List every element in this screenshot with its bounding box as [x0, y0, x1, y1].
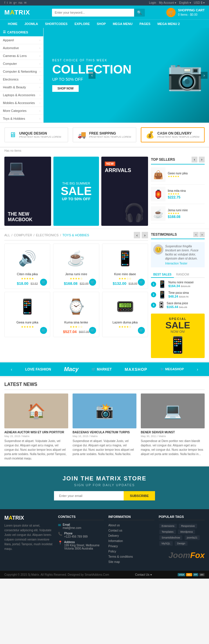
right-sidebar-extra: Testimonials ‹ › 😊 Suspendisse fringilla… [151, 232, 205, 358]
top-seller-1-name: Geee nure pika [168, 172, 188, 175]
tag-wordpress[interactable]: Wordpress [178, 529, 195, 534]
product-2-cart-btn[interactable]: 🛒 [89, 279, 96, 286]
language-select[interactable]: English ▾ [179, 1, 191, 4]
tag-joomla21[interactable]: joomla21 [185, 535, 200, 540]
brands-next[interactable]: › [197, 367, 198, 372]
facebook-icon[interactable]: f [4, 1, 5, 4]
email-icon[interactable]: ✉ [24, 1, 26, 4]
googleplus-icon[interactable]: g+ [13, 1, 17, 4]
product-3-cart-btn[interactable]: 🛒 [138, 279, 145, 286]
category-laptops[interactable]: Laptops & Accessories› [0, 91, 43, 99]
my-account-link[interactable]: My Account ▾ [159, 1, 176, 4]
footer-phone-label: Phone [64, 532, 88, 535]
tag-design[interactable]: Design [175, 541, 188, 546]
top-seller-2: 🏮 lima mita nina ★★★★★ $222.75 [151, 187, 205, 204]
products-next[interactable]: › [142, 232, 148, 238]
nav-shop[interactable]: SHOP [93, 20, 109, 28]
linkedin-icon[interactable]: in [10, 1, 12, 4]
tag-mysql[interactable]: MySQL [159, 541, 173, 546]
news-card-1: 🏠 AENEAN AUCTOR WISI ET URN PORTITOR May… [4, 393, 68, 461]
category-apparel[interactable]: Apparel› [0, 36, 43, 44]
footer-link-delivery[interactable]: Delivery [108, 534, 119, 537]
testimonials-prev[interactable]: ‹ [193, 232, 199, 237]
top-sellers-nav: ‹ › [192, 157, 205, 162]
promo-sale: THE BIG SUMMER SALE UP TO 50% OFF [53, 157, 99, 226]
nav-shortcodes[interactable]: SHORTCODES [42, 20, 71, 28]
news-2-meta: May 10, 2015 / Matrix [73, 435, 136, 438]
newsletter-subscribe-button[interactable]: SUBSCRIBE [124, 491, 155, 500]
tag-smartslideshow[interactable]: Smartslideshow [159, 535, 183, 540]
rss-icon[interactable]: rss [19, 1, 22, 4]
avatar: 😊 [153, 244, 163, 255]
random-tab[interactable]: RANDOM [174, 272, 191, 277]
product-2: ☕ Jema rumi mire ★★★★☆ $168.08 $22.00 🛒 [53, 244, 99, 289]
product-6-cart-btn[interactable]: 🛒 [138, 327, 145, 334]
feature-unique-text: UNIQUE DESIGN PRAETENT NON TEMPUS LOREM [19, 131, 61, 138]
newsletter-email-input[interactable] [54, 491, 124, 500]
footer-link-policy[interactable]: Policy [108, 550, 116, 553]
category-mobiles[interactable]: Mobiles & Accessories› [0, 99, 43, 107]
now-on-label: NOW ON! [154, 330, 201, 333]
promo-macbook-title: THE NEW MACBOOK [8, 211, 48, 222]
nav-megamenu2[interactable]: MEGA MENU 2 [154, 20, 183, 28]
nav-megamenu[interactable]: MEGA MENU [109, 20, 136, 28]
search-button[interactable]: 🔍 [134, 9, 145, 17]
testimonial-content: Suspendisse fringilla tincidunt am lorem… [165, 244, 202, 265]
news-2-text: Suspendisse et aliquet. Vulputate Justo,… [73, 439, 136, 456]
shop-now-button[interactable]: SHOP NOW [52, 85, 79, 92]
footer-link-information[interactable]: Information [108, 539, 123, 543]
cart-icon[interactable]: 🛒 [166, 8, 176, 17]
footer-link-terms[interactable]: Terms & conditions [108, 555, 133, 558]
footer-link-contact[interactable]: Contact us [108, 529, 122, 532]
tag-templates[interactable]: Templates [159, 529, 176, 534]
brands-prev[interactable]: ‹ [11, 367, 12, 372]
twitter-icon[interactable]: t [7, 1, 8, 4]
footer-link-sitemap[interactable]: Site map [108, 560, 120, 564]
product-5: ⌚ Kuma sina tenke ★★★☆☆ $527.04 $607.00 … [53, 292, 99, 337]
search-input[interactable] [52, 9, 134, 17]
currency-select[interactable]: USD $ ▾ [194, 1, 205, 4]
sidebar-title: ☰ CATEGORIES [0, 28, 43, 36]
tag-extensions[interactable]: Extensions [159, 524, 177, 528]
nav-pages[interactable]: PAGES [136, 20, 154, 28]
breadcrumb-electronics[interactable]: ELECTRONICS [36, 233, 59, 237]
category-computer[interactable]: Computer› [0, 60, 43, 67]
nav-home[interactable]: HOME [4, 20, 21, 28]
footer-email-info: Email mail@me.com [63, 523, 81, 529]
hero-next-button[interactable]: › [201, 72, 208, 79]
login-link[interactable]: Login [149, 1, 156, 4]
category-cameras[interactable]: Cameras & Lens› [0, 52, 43, 60]
category-computer-networking[interactable]: Computer & Networking› [0, 68, 43, 75]
nav-explore[interactable]: EXPLORE [71, 20, 93, 28]
category-automotive[interactable]: Automotive› [0, 44, 43, 52]
top-seller-3: ☕ Jema rumi mire ★★★★★ $168.08 [151, 206, 205, 223]
news-2-title: BAECENAS VEHICULA PRETIUM TURPIS [73, 431, 136, 434]
top-sellers-next[interactable]: › [199, 157, 205, 162]
top-seller-3-info: Jema rumi mire ★★★★★ $168.08 [168, 209, 188, 219]
category-electronics[interactable]: Electronics› [0, 76, 43, 83]
product-3-name: Kore mire daee [105, 272, 145, 276]
testimonials-next[interactable]: › [199, 232, 205, 237]
product-3: 📱 Kore mire daee ★★★☆☆ $132.00 $18.00 🛒 [102, 244, 148, 289]
tag-responsive[interactable]: Responsive [179, 524, 197, 528]
breadcrumb-computer[interactable]: COMPUTER [14, 233, 32, 237]
category-more[interactable]: More Categories› [0, 107, 43, 115]
footer-link-privacy[interactable]: Privacy [108, 545, 118, 548]
top-sellers-prev[interactable]: ‹ [192, 157, 197, 162]
product-5-cart-btn[interactable]: 🛒 [89, 327, 96, 334]
nav-joomla[interactable]: JOOMLA [21, 20, 42, 28]
news-1-image: 🏠 [4, 393, 68, 428]
footer-link-about[interactable]: About us [108, 524, 120, 527]
category-health[interactable]: Health & Beauty› [0, 83, 43, 91]
best-sales-tab[interactable]: BEST SALES [151, 272, 174, 278]
breadcrumb-all[interactable]: ALL [4, 233, 10, 237]
contact-us-link[interactable]: Contact Us ▾ [135, 573, 152, 576]
sale-label: SALE [154, 321, 201, 330]
category-toys[interactable]: Toys & Hobbies› [0, 115, 43, 122]
best-sale-2: 2 📱 Time poca sima $48.24 $318.76 [151, 291, 205, 299]
hero-prev-button[interactable]: ‹ [89, 72, 96, 79]
best-sale-1-num: 1 [151, 282, 156, 287]
product-4-cart-btn[interactable]: 🛒 [40, 327, 47, 334]
footer-info-title: INFORMATION [108, 515, 154, 520]
products-prev[interactable]: ‹ [134, 232, 140, 238]
